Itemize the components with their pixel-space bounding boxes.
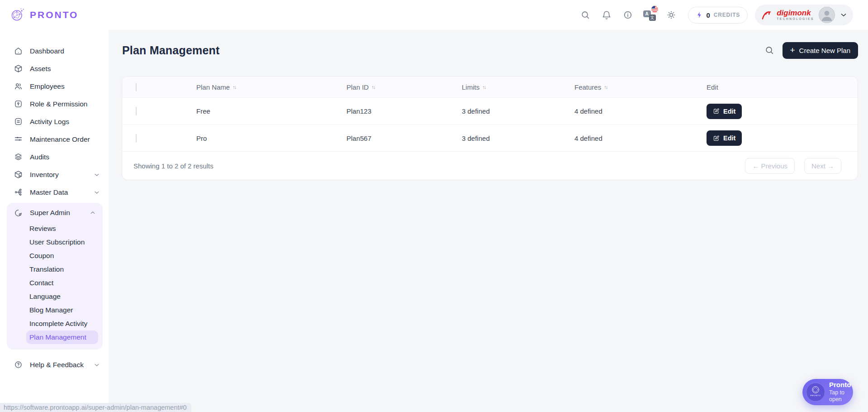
column-header-plan-name[interactable]: Plan Name [196, 83, 230, 91]
notifications-bell-icon[interactable] [601, 9, 612, 21]
chevron-up-icon [89, 209, 96, 216]
subitem-label: Coupon [29, 252, 54, 260]
info-icon[interactable] [622, 9, 634, 21]
sidebar-item-label: Super Admin [30, 209, 70, 217]
create-new-plan-button[interactable]: + Create New Plan [783, 42, 859, 59]
chevron-down-icon[interactable] [840, 11, 848, 19]
edit-button-label: Edit [723, 108, 735, 115]
previous-page-button[interactable]: ← Previous [745, 158, 795, 174]
page-title: Plan Management [122, 44, 220, 57]
sidebar-subitem-blog-manager[interactable]: Blog Manager [26, 303, 98, 317]
sidebar-item-label: Dashboard [30, 47, 64, 55]
sort-icon[interactable]: ↑↓ [371, 84, 375, 90]
home-icon [14, 46, 23, 56]
sidebar-subitem-contact[interactable]: Contact [26, 276, 98, 290]
sidebar-item-dashboard[interactable]: Dashboard [0, 42, 109, 60]
sidebar-item-activity-logs[interactable]: Activity Logs [0, 113, 109, 130]
sidebar-item-label: Inventory [30, 171, 59, 179]
sidebar-subitem-translation[interactable]: Translation [26, 263, 98, 276]
sidebar-item-label: Help & Feedback [30, 361, 84, 369]
app-logo[interactable]: PRONTO [0, 6, 109, 24]
sidebar-subitem-plan-management[interactable]: Plan Management [26, 331, 98, 344]
sidebar-item-help-feedback[interactable]: Help & Feedback [0, 356, 109, 374]
sidebar-subitem-user-subscription[interactable]: User Subscription [26, 235, 98, 249]
sort-icon[interactable]: ↑↓ [604, 84, 607, 90]
subitem-label: Plan Management [29, 333, 86, 341]
cell-plan-name: Free [196, 107, 346, 115]
sidebar-item-label: Master Data [30, 188, 68, 196]
digimonk-logo-icon [760, 9, 772, 21]
select-all-checkbox[interactable] [136, 83, 137, 91]
sort-icon[interactable]: ↑↓ [482, 84, 485, 90]
sidebar-item-master-data[interactable]: Master Data [0, 183, 109, 201]
sidebar-item-inventory[interactable]: Inventory [0, 166, 109, 183]
credits-count: 0 [707, 11, 710, 19]
edit-button[interactable]: Edit [707, 104, 742, 119]
next-page-button[interactable]: Next → [804, 158, 841, 174]
subitem-label: Language [29, 292, 61, 301]
pronto-mini-logo-icon: PRONTO [806, 383, 825, 402]
sidebar-subitem-incomplete-activity[interactable]: Incomplete Activity [26, 317, 98, 331]
sidebar-item-super-admin[interactable]: Super Admin [7, 204, 103, 222]
column-header-features[interactable]: Features [574, 83, 601, 91]
edit-pencil-icon [713, 108, 720, 115]
column-header-plan-id[interactable]: Plan ID [346, 83, 369, 91]
row-checkbox[interactable] [136, 134, 137, 143]
sidebar-item-role-permission[interactable]: Role & Permission [0, 95, 109, 113]
brand-text: digimonk TECHNOLOGIES [777, 9, 814, 21]
theme-sun-icon[interactable] [665, 9, 677, 21]
sidebar-item-label: Maintenance Order [30, 135, 90, 144]
cell-plan-name: Pro [196, 134, 346, 142]
inventory-box-icon [14, 170, 23, 179]
logo-wordmark: PRONTO [30, 10, 78, 20]
sidebar-subitem-language[interactable]: Language [26, 290, 98, 303]
account-menu[interactable]: digimonk TECHNOLOGIES [755, 5, 853, 25]
table-header-row: Plan Name↑↓ Plan ID↑↓ Limits↑↓ Features↑… [122, 77, 858, 98]
sidebar-item-label: Assets [30, 65, 51, 73]
edit-button-label: Edit [723, 134, 735, 142]
sliders-icon [14, 134, 23, 144]
column-header-limits[interactable]: Limits [462, 83, 479, 91]
widget-title: Pronto [829, 381, 853, 389]
sidebar-subitem-reviews[interactable]: Reviews [26, 222, 98, 235]
cell-limits: 3 defined [462, 107, 574, 115]
chevron-down-icon [93, 361, 100, 369]
sidebar: Dashboard Assets Employees Role & Permis… [0, 30, 109, 412]
plus-icon: + [790, 46, 795, 54]
pronto-assistant-widget[interactable]: PRONTO Pronto Tap to open [802, 379, 853, 405]
credits-pill[interactable]: 0 CREDITS [688, 7, 748, 24]
link-preview-status-bar: https://software.prontoapp.ai/super-admi… [0, 403, 191, 412]
sidebar-item-employees[interactable]: Employees [0, 77, 109, 95]
network-icon [14, 187, 23, 197]
credits-label: CREDITS [714, 12, 740, 18]
svg-text:PRONTO: PRONTO [810, 394, 821, 397]
topbar-actions: A 文 0 CREDITS digimonk [579, 5, 853, 25]
help-circle-icon [14, 360, 23, 369]
super-admin-group: Super Admin Reviews User Subscription Co… [7, 203, 103, 350]
sidebar-item-maintenance-order[interactable]: Maintenance Order [0, 130, 109, 148]
column-header-edit: Edit [707, 83, 718, 91]
subitem-label: Translation [29, 265, 64, 273]
cell-features: 4 defined [574, 107, 707, 115]
language-translate-icon[interactable]: A 文 [643, 9, 656, 21]
sidebar-subitem-coupon[interactable]: Coupon [26, 249, 98, 263]
sidebar-item-assets[interactable]: Assets [0, 60, 109, 77]
table-search-icon[interactable] [764, 45, 774, 55]
layers-icon [14, 152, 23, 162]
table-row: Free Plan123 3 defined 4 defined Edit [122, 98, 858, 125]
results-summary: Showing 1 to 2 of 2 results [133, 162, 213, 170]
search-icon[interactable] [579, 9, 591, 21]
sidebar-item-label: Role & Permission [30, 100, 88, 108]
row-checkbox[interactable] [136, 107, 137, 115]
subitem-label: Reviews [29, 225, 56, 233]
us-flag-icon [651, 6, 658, 13]
edit-button[interactable]: Edit [707, 130, 742, 146]
brand-tagline: TECHNOLOGIES [777, 18, 814, 21]
translate-cjk-glyph: 文 [649, 14, 656, 21]
subitem-label: Blog Manager [29, 306, 73, 314]
sort-icon[interactable]: ↑↓ [232, 84, 236, 90]
sidebar-item-audits[interactable]: Audits [0, 148, 109, 166]
user-avatar[interactable] [819, 7, 835, 23]
admin-shield-icon [14, 208, 23, 218]
table-row: Pro Plan567 3 defined 4 defined Edit [122, 125, 858, 151]
